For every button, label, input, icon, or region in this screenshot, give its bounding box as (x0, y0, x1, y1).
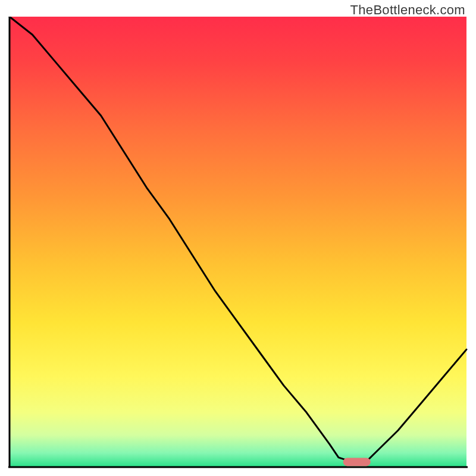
watermark-text: TheBottleneck.com (350, 2, 465, 18)
chart-svg (8, 17, 468, 469)
curve-line (10, 17, 466, 462)
chart-container (8, 17, 468, 469)
optimal-marker (343, 458, 371, 466)
axes (8, 17, 468, 468)
